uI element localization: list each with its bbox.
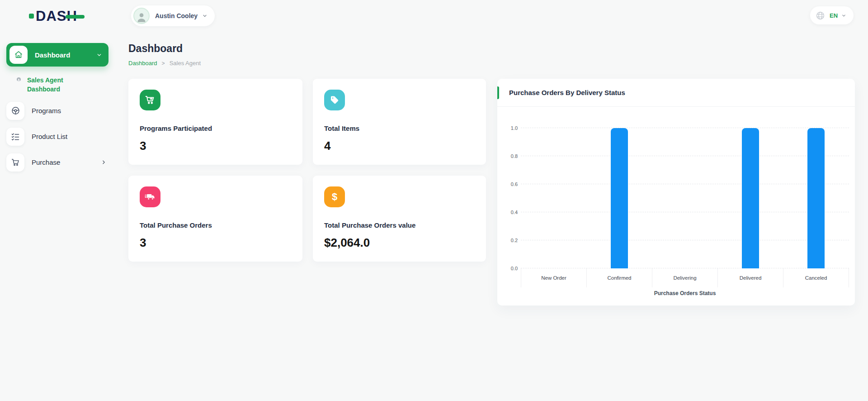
stat-card-total-items: Total Items 4 [313, 79, 486, 165]
breadcrumb-dashboard-link[interactable]: Dashboard [128, 60, 157, 67]
chevron-right-icon [101, 159, 107, 165]
stat-value: 4 [324, 139, 475, 153]
brand-logo[interactable]: DASH [29, 9, 85, 23]
y-tick-label: 0.4 [500, 210, 518, 215]
stat-label: Total Items [324, 124, 475, 132]
bullet-ring-icon [17, 77, 21, 81]
sidebar: Dashboard Sales Agent Dashboard Programs… [6, 43, 108, 172]
chevron-down-icon [841, 13, 846, 18]
language-code: EN [830, 12, 838, 19]
tag-icon [324, 90, 345, 110]
y-tick-label: 0.8 [500, 153, 518, 159]
sidebar-item-label: Programs [32, 107, 61, 115]
sidebar-item-product-list[interactable]: Product List [6, 128, 108, 146]
bar-canceled [807, 128, 825, 268]
accent-bar [497, 86, 499, 99]
language-selector[interactable]: EN [810, 6, 854, 24]
chart-plot: 0.00.20.40.60.81.0 [521, 128, 849, 268]
sidebar-item-dashboard[interactable]: Dashboard [6, 43, 108, 67]
chart-card: Purchase Orders By Delivery Status 0.00.… [497, 79, 855, 306]
sidebar-item-label: Sales Agent Dashboard [27, 76, 90, 94]
y-tick-label: 0.2 [500, 238, 518, 243]
bar-cell-canceled [783, 128, 849, 268]
stat-card-programs-participated: Programs Participated 3 [128, 79, 302, 165]
sidebar-item-programs[interactable]: Programs [6, 102, 108, 120]
home-icon [9, 46, 28, 64]
chevron-down-icon [96, 52, 102, 58]
breadcrumb-current: Sales Agent [170, 60, 201, 67]
checklist-icon [6, 128, 24, 146]
sidebar-item-label: Product List [32, 133, 67, 140]
sidebar-item-label: Purchase [32, 158, 60, 166]
x-tick-label-new-order: New Order [521, 268, 586, 287]
breadcrumb-separator-icon: > [162, 60, 165, 67]
chart-body: 0.00.20.40.60.81.0 New OrderConfirmedDel… [497, 128, 855, 296]
delivery-truck-icon [140, 186, 160, 207]
breadcrumb: Dashboard > Sales Agent [128, 60, 201, 67]
stat-value: 3 [140, 139, 291, 153]
chart-header: Purchase Orders By Delivery Status [497, 79, 855, 107]
chevron-down-icon [202, 13, 208, 19]
sidebar-item-label: Dashboard [35, 51, 96, 59]
x-tick-label-delivered: Delivered [717, 268, 783, 287]
bar-cell-confirmed [586, 128, 652, 268]
bar-cell-new-order [521, 128, 586, 268]
cart-plus-icon [140, 90, 160, 110]
bar-cell-delivering [652, 128, 717, 268]
user-name: Austin Cooley [155, 12, 198, 19]
sidebar-item-purchase[interactable]: Purchase [6, 153, 108, 172]
bar-delivered [742, 128, 759, 268]
x-tick-label-confirmed: Confirmed [586, 268, 652, 287]
page-title: Dashboard [128, 43, 183, 55]
cart-icon [6, 153, 24, 172]
stat-label: Total Purchase Orders [140, 221, 291, 229]
dollar-icon: $ [324, 186, 345, 207]
y-tick-label: 0.6 [500, 181, 518, 187]
chart-x-labels: New OrderConfirmedDeliveringDeliveredCan… [521, 268, 849, 287]
y-tick-label: 0.0 [500, 266, 518, 271]
stat-cards: Programs Participated 3 Total Items 4 To… [128, 79, 486, 262]
dollar-glyph: $ [332, 192, 337, 202]
stat-card-total-purchase-orders-value: $ Total Purchase Orders value $2,064.0 [313, 176, 486, 262]
person-icon [136, 11, 147, 23]
chart-x-axis-title: Purchase Orders Status [521, 290, 849, 296]
stat-value: 3 [140, 236, 291, 250]
logo-dash-icon [66, 15, 85, 19]
stat-value: $2,064.0 [324, 236, 475, 250]
user-menu[interactable]: Austin Cooley [131, 5, 215, 26]
avatar [133, 8, 150, 24]
stat-label: Programs Participated [140, 124, 291, 132]
chart-title: Purchase Orders By Delivery Status [509, 89, 625, 96]
x-tick-label-delivering: Delivering [652, 268, 717, 287]
stat-card-total-purchase-orders: Total Purchase Orders 3 [128, 176, 302, 262]
sidebar-item-sales-agent-dashboard[interactable]: Sales Agent Dashboard [17, 76, 108, 94]
bar-cell-delivered [718, 128, 783, 268]
stat-label: Total Purchase Orders value [324, 221, 475, 229]
steering-wheel-icon [6, 102, 24, 120]
x-tick-label-canceled: Canceled [783, 268, 849, 287]
chart-bars [521, 128, 849, 268]
bar-confirmed [611, 128, 628, 268]
y-tick-label: 1.0 [500, 125, 518, 131]
globe-icon [816, 11, 825, 20]
logo-dot-icon [29, 14, 34, 19]
